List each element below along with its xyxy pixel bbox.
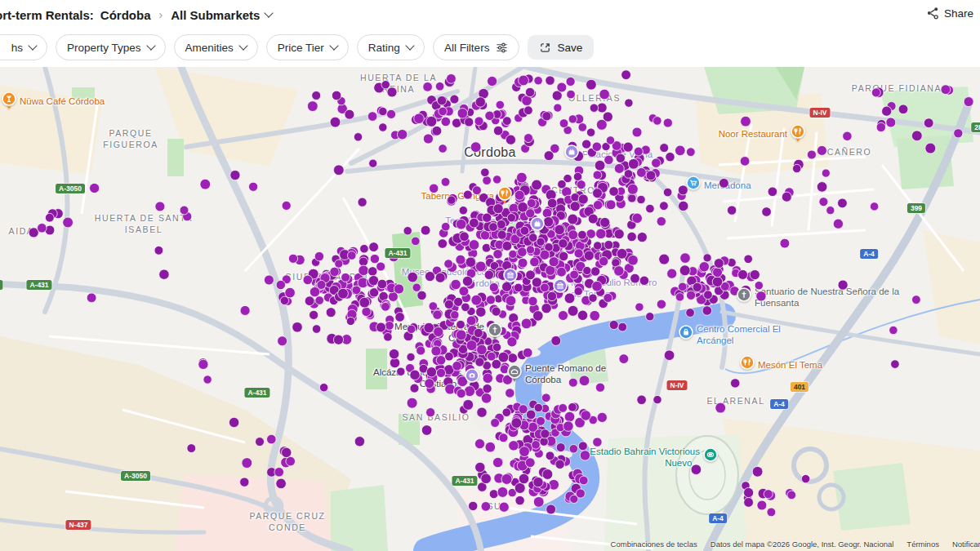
breadcrumb-city[interactable]: Córdoba (100, 8, 151, 22)
breadcrumb-prefix: ort-term Rentals: (0, 8, 94, 22)
road-shield: N-IV (810, 108, 831, 118)
filter-chip-label: Amenities (185, 42, 234, 54)
filter-chip-label: Property Types (67, 42, 141, 54)
castle-icon[interactable] (528, 215, 546, 239)
road-shield: A-431 (0, 280, 3, 290)
road-shield: 401 (791, 382, 808, 392)
road-shield: N-437 (65, 520, 91, 530)
save-view-icon (539, 42, 551, 54)
filter-chip-label: Price Tier (278, 42, 324, 54)
bar-icon[interactable] (0, 90, 18, 114)
church-icon[interactable] (486, 321, 504, 345)
road-shield: A-431 (385, 248, 410, 258)
submarket-dropdown[interactable]: All Submarkets (171, 8, 272, 22)
chevron-down-icon (405, 41, 414, 50)
filter-chip-partial-label: hs (11, 42, 23, 54)
share-icon (926, 7, 939, 20)
filter-chip-property-types[interactable]: Property Types (56, 34, 166, 60)
top-bar: ort-term Rentals: Córdoba › All Submarke… (0, 0, 980, 29)
save-label: Save (557, 42, 582, 54)
breadcrumb: ort-term Rentals: Córdoba › All Submarke… (0, 8, 272, 22)
cart-icon[interactable] (684, 174, 702, 198)
stadium-icon[interactable] (702, 446, 719, 470)
app-window: ort-term Rentals: Córdoba › All Submarke… (0, 0, 980, 551)
restaurant-icon[interactable] (789, 122, 807, 147)
filter-chip-label: Rating (368, 42, 400, 54)
restaurant-icon[interactable] (738, 353, 756, 378)
road-shield: 28 (971, 122, 980, 132)
report-error-link[interactable]: Notificar un (952, 540, 980, 549)
road-shield: A-431 (452, 476, 477, 486)
filter-chip-amenities[interactable]: Amenities (174, 34, 258, 60)
filter-chip-partial[interactable]: hs (0, 34, 47, 60)
museum-icon[interactable] (501, 266, 519, 291)
road-shield: A-4 (860, 249, 878, 259)
sliders-icon (496, 42, 508, 54)
share-button[interactable]: Share (926, 7, 973, 20)
road-shield: 399 (907, 203, 925, 213)
bridge-icon[interactable] (506, 362, 523, 387)
all-filters-button[interactable]: All Filters (433, 34, 520, 60)
road-shield: A-3050 (56, 184, 85, 193)
chevron-down-icon (329, 41, 338, 50)
terms-link[interactable]: Términos (906, 540, 939, 549)
share-label: Share (944, 7, 973, 20)
castle-icon[interactable] (563, 143, 581, 167)
camera-icon[interactable] (463, 367, 481, 391)
breadcrumb-separator: › (158, 8, 165, 21)
map-icon-layer: A-3050A-431A-431A-431A-431A-431A-3050N-4… (0, 67, 980, 551)
map-data-credit: Datos del mapa ©2026 Google, Inst. Geogr… (710, 540, 894, 549)
chevron-down-icon (238, 41, 247, 50)
filter-bar: hs Property Types Amenities Price Tier R… (0, 34, 980, 60)
road-shield: A-3050 (121, 471, 150, 481)
map-canvas[interactable]: CórdobaPARQUE FIGUEROAHUERTA DE SANTA IS… (0, 67, 980, 551)
map-attribution: Combinaciones de teclas Datos del mapa ©… (611, 540, 980, 549)
chevron-down-icon (265, 8, 274, 17)
road-shield: A-4 (709, 513, 727, 523)
road-shield: N-IV (667, 380, 688, 390)
road-shield: A-4 (770, 399, 788, 409)
filter-chip-price-tier[interactable]: Price Tier (266, 34, 349, 60)
road-shield: A-431 (244, 388, 270, 398)
road-shield: A-431 (26, 280, 51, 290)
museum-icon[interactable] (551, 277, 569, 301)
save-button[interactable]: Save (528, 35, 594, 60)
bag-icon[interactable] (677, 323, 695, 348)
filter-chip-rating[interactable]: Rating (357, 34, 425, 60)
submarket-label: All Submarkets (171, 8, 260, 22)
chevron-down-icon (28, 41, 37, 50)
all-filters-label: All Filters (444, 42, 490, 54)
restaurant-icon[interactable] (496, 184, 514, 209)
keyboard-shortcuts-link[interactable]: Combinaciones de teclas (611, 540, 697, 549)
church-icon[interactable] (735, 286, 753, 310)
chevron-down-icon (146, 41, 155, 50)
